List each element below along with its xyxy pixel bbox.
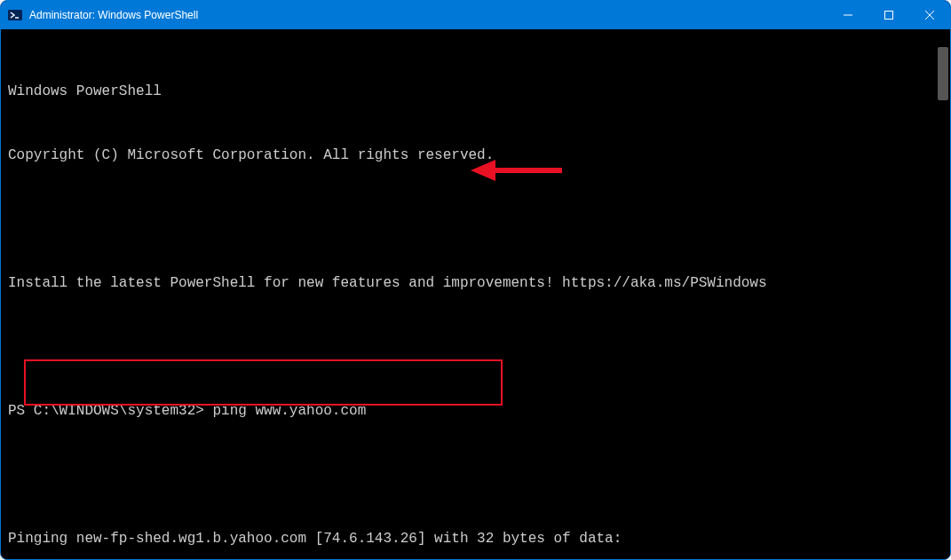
output-line: Install the latest PowerShell for new fe… <box>8 272 929 294</box>
powershell-window: Administrator: Windows PowerShell Window… <box>0 0 951 560</box>
output-line: Windows PowerShell <box>8 81 929 102</box>
prompt-line: PS C:\WINDOWS\system32> ping www.yahoo.c… <box>8 400 929 422</box>
powershell-icon <box>8 8 22 22</box>
scrollbar-thumb[interactable] <box>938 47 948 100</box>
annotation-highlight-box <box>24 359 503 406</box>
output-line <box>8 464 929 485</box>
minimize-button[interactable] <box>828 1 868 29</box>
prompt-prefix: PS C:\WINDOWS\system32> <box>8 403 212 419</box>
output-line: Copyright (C) Microsoft Corporation. All… <box>8 145 929 166</box>
titlebar[interactable]: Administrator: Windows PowerShell <box>1 1 950 29</box>
close-button[interactable] <box>909 1 950 29</box>
output-line: Pinging new-fp-shed.wg1.b.yahoo.com [74.… <box>8 528 929 549</box>
entered-command: ping www.yahoo.com <box>212 403 366 419</box>
output-line <box>8 336 929 358</box>
output-line <box>8 209 929 230</box>
window-title: Administrator: Windows PowerShell <box>29 9 198 21</box>
vertical-scrollbar[interactable] <box>936 29 950 560</box>
svg-rect-3 <box>885 12 893 20</box>
terminal-area: Windows PowerShell Copyright (C) Microso… <box>1 29 950 560</box>
maximize-button[interactable] <box>868 1 909 29</box>
terminal-output[interactable]: Windows PowerShell Copyright (C) Microso… <box>1 29 936 560</box>
